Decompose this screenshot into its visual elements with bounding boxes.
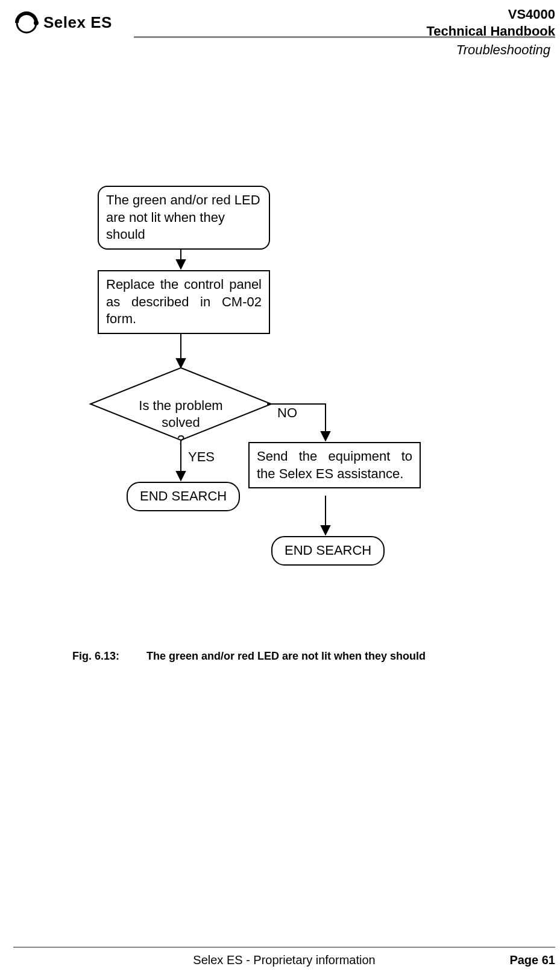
page: Selex ES VS4000 Technical Handbook Troub… <box>0 0 560 978</box>
decision-no-label: NO <box>277 405 297 421</box>
flow-step-send-text: Send the equipment to the Selex ES assis… <box>257 449 412 481</box>
flow-terminal-yes: END SEARCH <box>127 482 240 511</box>
flow-terminal-no: END SEARCH <box>271 536 385 566</box>
flow-decision: Is the problem solved ? <box>127 380 235 449</box>
flow-terminal-yes-text: END SEARCH <box>140 488 227 503</box>
page-footer: Selex ES - Proprietary information Page … <box>13 953 555 967</box>
footer-center: Selex ES - Proprietary information <box>13 953 555 967</box>
figure-number: Fig. 6.13: <box>72 650 119 663</box>
flow-step-replace-text: Replace the control panel as described i… <box>106 277 262 326</box>
flow-terminal-no-text: END SEARCH <box>285 543 371 558</box>
flow-start: The green and/or red LED are not lit whe… <box>98 186 270 250</box>
footer-divider <box>13 947 555 948</box>
flow-step-send: Send the equipment to the Selex ES assis… <box>248 442 421 488</box>
flow-start-text: The green and/or red LED are not lit whe… <box>106 192 260 242</box>
flow-decision-text: Is the problem solved ? <box>139 398 222 447</box>
flowchart: The green and/or red LED are not lit whe… <box>0 0 560 663</box>
decision-yes-label: YES <box>188 449 215 465</box>
figure-caption: Fig. 6.13: The green and/or red LED are … <box>72 650 426 663</box>
figure-title: The green and/or red LED are not lit whe… <box>146 650 426 662</box>
flow-step-replace: Replace the control panel as described i… <box>98 270 270 334</box>
